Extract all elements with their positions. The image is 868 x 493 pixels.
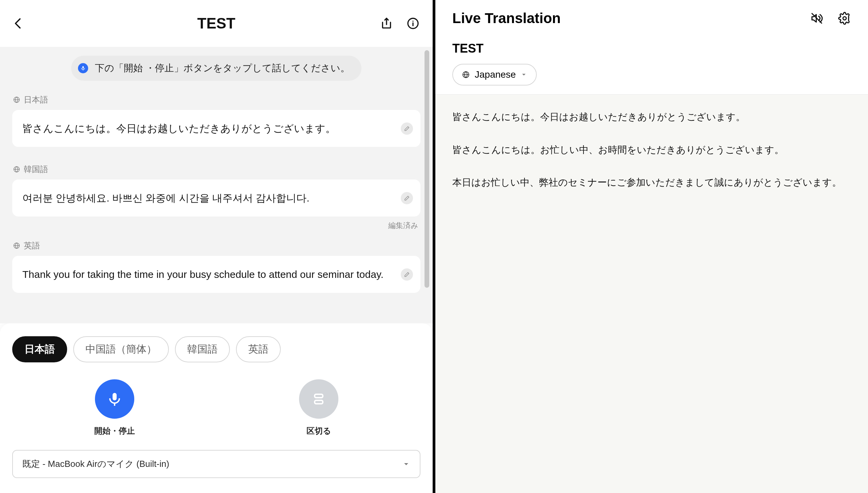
mute-button[interactable] [810,12,823,25]
record-controls: 開始・停止 区切る [12,379,420,436]
edit-button[interactable] [401,268,413,281]
message-card: Thank you for taking the time in your bu… [12,256,420,293]
session-title: TEST [452,41,851,56]
share-button[interactable] [378,15,395,32]
edit-button[interactable] [401,192,413,204]
chevron-left-icon [12,17,25,30]
translation-line: 皆さんこんにちは。今日はお越しいただきありがとうございます。 [452,110,851,124]
hint-pill: 下の「開始 ・停止」ボタンをタップして話してください。 [71,56,361,81]
panel-divider[interactable] [433,0,435,493]
hint-mic-icon [78,63,88,73]
chip-label: 日本語 [24,343,55,355]
right-subheader: TEST Japanese [435,33,868,95]
right-header-actions [810,12,851,25]
left-panel: TEST 下の「開始 ・停止」ボタンをタップして話してください。 日本語 [0,0,433,493]
record-start-stop-label: 開始・停止 [94,425,135,436]
page-title: TEST [197,15,235,32]
output-language-select[interactable]: Japanese [452,64,537,86]
record-start-stop-button[interactable] [95,379,134,419]
chip-label: 中国語（簡体） [85,343,157,355]
translation-output[interactable]: 皆さんこんにちは。今日はお越しいただきありがとうございます。 皆さんこんにちは。… [435,95,868,493]
pencil-icon [404,271,410,278]
globe-icon [462,71,470,79]
pencil-icon [404,126,410,132]
output-language-value: Japanese [475,69,516,80]
message-text: Thank you for taking the time in your bu… [22,269,383,280]
lang-chip-english[interactable]: 英語 [236,336,281,362]
lang-label-text: 日本語 [24,94,48,105]
message-card: 여러분 안녕하세요. 바쁘신 와중에 시간을 내주셔서 감사합니다. [12,179,420,216]
hint-text: 下の「開始 ・停止」ボタンをタップして話してください。 [95,62,350,75]
lang-chip-korean[interactable]: 韓国語 [175,336,230,362]
message-card: 皆さんこんにちは。今日はお越しいただきありがとうございます。 [12,110,420,147]
message-text: 皆さんこんにちは。今日はお越しいただきありがとうございます。 [22,123,336,134]
speaker-muted-icon [810,12,823,25]
chip-label: 英語 [248,343,269,355]
lang-label-text: 韓国語 [24,164,48,175]
language-chip-row: 日本語 中国語（簡体） 韓国語 英語 [12,336,420,362]
segment-label: 区切る [307,425,331,436]
edit-button[interactable] [401,122,413,135]
lang-label-text: 英語 [24,240,40,251]
right-panel: Live Translation TEST Japa [435,0,868,493]
segment-icon [311,391,327,407]
svg-rect-8 [315,400,323,404]
chevron-down-icon [520,71,527,78]
mic-select-value: 既定 - MacBook Airのマイク (Built-in) [22,458,169,470]
left-header: TEST [0,0,433,47]
edited-label: 編集済み [12,221,418,231]
translation-line: 本日はお忙しい中、弊社のセミナーにご参加いただきまして誠にありがとうございます。 [452,176,851,190]
record-segment[interactable]: 区切る [299,379,338,436]
lang-chip-chinese-simplified[interactable]: 中国語（簡体） [73,336,169,362]
lang-chip-japanese[interactable]: 日本語 [12,336,67,362]
record-start-stop[interactable]: 開始・停止 [94,379,135,436]
message-lang-label: 日本語 [13,94,420,105]
gear-icon [838,12,851,25]
segment-button[interactable] [299,379,338,419]
brand-text: Live Translation [452,10,561,26]
message-text: 여러분 안녕하세요. 바쁘신 와중에 시간을 내주셔서 감사합니다. [22,192,310,204]
message-lang-label: 英語 [13,240,420,251]
info-icon [406,17,420,30]
pencil-icon [404,195,410,201]
share-icon [380,17,393,30]
microphone-icon [106,391,123,407]
globe-icon [13,166,20,173]
svg-point-10 [843,17,846,20]
info-button[interactable] [405,15,421,32]
messages-scroll[interactable]: 下の「開始 ・停止」ボタンをタップして話してください。 日本語 皆さんこんにちは… [0,47,433,323]
translation-line: 皆さんこんにちは。お忙しい中、お時間をいただきありがとうございます。 [452,143,851,157]
svg-rect-7 [315,394,323,398]
scrollbar[interactable] [425,50,429,288]
globe-icon [13,96,20,103]
right-header: Live Translation [435,0,868,33]
chevron-down-icon [402,460,410,468]
brand-title: Live Translation [452,10,561,26]
globe-icon [13,242,20,249]
mic-select[interactable]: 既定 - MacBook Airのマイク (Built-in) [12,450,420,478]
chip-label: 韓国語 [187,343,218,355]
bottom-dock: 日本語 中国語（簡体） 韓国語 英語 開始・停止 区切る [0,323,433,493]
message-lang-label: 韓国語 [13,164,420,175]
svg-point-3 [412,21,413,22]
back-button[interactable] [12,17,25,30]
settings-button[interactable] [838,12,851,25]
